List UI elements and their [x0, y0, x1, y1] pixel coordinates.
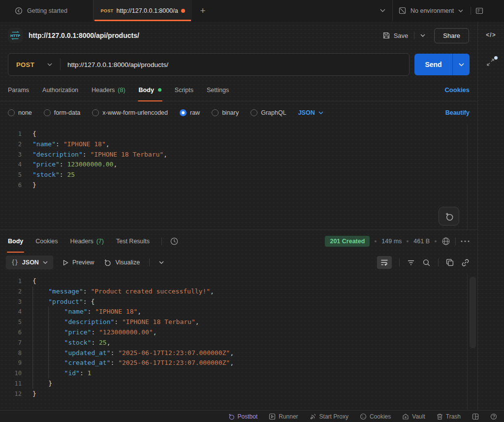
tab-test-results[interactable]: Test Results	[116, 230, 150, 252]
network-globe-icon[interactable]	[441, 237, 450, 246]
tab-scripts[interactable]: Scripts	[175, 79, 193, 101]
radio-icon[interactable]	[251, 109, 257, 116]
beautify-link[interactable]: Beautify	[445, 109, 470, 116]
body-mode-raw[interactable]: raw	[180, 109, 200, 116]
tab-active-request[interactable]: POST http://127.0.0.1:8000/a	[94, 0, 192, 21]
statusbar-postbot[interactable]: Postbot	[228, 413, 258, 420]
tab-authorization[interactable]: Authorization	[42, 79, 78, 101]
response-tabs-list: BodyCookiesHeaders(7)Test Results	[8, 230, 150, 252]
body-mode-form-data[interactable]: form-data	[44, 109, 81, 116]
url-row: POST http://127.0.0.1:8000/api/products/…	[0, 50, 477, 79]
language-label: JSON	[298, 109, 315, 116]
view-options-chevron-icon[interactable]	[159, 261, 164, 264]
radio-icon[interactable]	[212, 109, 219, 116]
status-badge[interactable]: 201 Created	[325, 236, 370, 247]
response-toolbar: {} JSON Preview Visualize	[0, 252, 477, 273]
braces-icon: {}	[11, 259, 18, 266]
language-selector[interactable]: JSON	[298, 109, 323, 116]
history-icon[interactable]	[170, 237, 179, 246]
response-editor-scrollbar[interactable]	[467, 273, 477, 410]
language-chevron-icon	[318, 111, 323, 114]
response-view-selector[interactable]: {} JSON	[6, 256, 53, 269]
radio-icon[interactable]	[8, 109, 15, 116]
filter-icon[interactable]	[407, 260, 415, 266]
environment-quick-look-icon[interactable]	[475, 7, 483, 15]
method-selector[interactable]: POST	[8, 61, 60, 68]
postman-window: Getting started POST http://127.0.0.1:80…	[0, 0, 504, 422]
save-options-chevron-icon[interactable]	[420, 34, 425, 37]
statusbar-start-proxy[interactable]: Start Proxy	[310, 413, 348, 420]
radio-icon[interactable]	[44, 109, 51, 116]
request-body-editor[interactable]: 1{2"name": "IPHONE 18",3"description": "…	[0, 124, 477, 230]
divider	[399, 259, 400, 266]
code-line: 12}	[0, 389, 477, 399]
send-options-chevron-icon[interactable]	[452, 54, 470, 75]
tab-body[interactable]: Body	[8, 230, 23, 252]
new-tab-button[interactable]: +	[192, 0, 214, 21]
expand-panel-icon[interactable]	[486, 58, 495, 68]
code-line: 11}	[0, 379, 477, 389]
code-line: 8"updated_at": "2025-06-17T12:23:07.0000…	[0, 348, 477, 358]
tab-title: http://127.0.0.1:8000/a	[117, 7, 178, 14]
url-input[interactable]: http://127.0.0.1:8000/api/products/	[61, 61, 409, 68]
tab-bar: Getting started POST http://127.0.0.1:80…	[0, 0, 504, 22]
unsaved-dot	[181, 9, 185, 13]
radio-icon[interactable]	[180, 109, 187, 116]
cookies-link[interactable]: Cookies	[444, 86, 470, 94]
code-snippet-icon[interactable]: </>	[478, 32, 504, 38]
postbot-icon	[103, 259, 111, 266]
search-icon[interactable]	[422, 259, 431, 267]
view-label: JSON	[22, 259, 39, 266]
radio-icon[interactable]	[92, 109, 99, 116]
visualize-button[interactable]: Visualize	[103, 259, 140, 266]
response-body-editor[interactable]: 1{2"message": "Product created successfu…	[0, 273, 477, 410]
body-mode-binary[interactable]: binary	[212, 109, 239, 116]
tab-settings[interactable]: Settings	[207, 79, 229, 101]
scrollbar-thumb[interactable]	[470, 277, 476, 348]
environment-selector[interactable]: No environment	[392, 0, 504, 21]
body-mode-graphql[interactable]: GraphQL	[251, 109, 286, 116]
more-options-icon[interactable]	[461, 240, 470, 242]
code-line: 1{	[0, 129, 477, 139]
tab-overflow-chevron-icon[interactable]	[373, 0, 392, 21]
response-header: BodyCookiesHeaders(7)Test Results 201 Cr…	[0, 230, 477, 252]
tab-params[interactable]: Params	[8, 79, 29, 101]
preview-label: Preview	[72, 259, 94, 266]
wrap-text-button[interactable]	[377, 256, 392, 269]
postbot-button[interactable]	[439, 207, 459, 226]
statusbar-cookies[interactable]: Cookies	[360, 413, 391, 420]
runner-icon	[269, 413, 276, 420]
divider	[149, 259, 150, 266]
vault-icon	[402, 413, 409, 420]
tab-headers[interactable]: Headers(7)	[70, 230, 104, 252]
help-icon[interactable]	[490, 413, 497, 420]
tab-headers[interactable]: Headers(8)	[92, 79, 126, 101]
statusbar-trash[interactable]: Trash	[437, 413, 461, 420]
code-line: 9"created_at": "2025-06-17T12:23:07.0000…	[0, 358, 477, 368]
link-icon[interactable]	[461, 259, 470, 267]
send-button[interactable]: Send	[414, 54, 470, 75]
response-meta: 201 Created 149 ms 461 B	[325, 236, 470, 247]
body-mode-row: noneform-datax-www-form-urlencodedrawbin…	[0, 101, 477, 124]
statusbar-runner[interactable]: Runner	[269, 413, 298, 420]
right-sidebar: </>	[477, 22, 504, 410]
split-panel-icon[interactable]	[472, 413, 479, 420]
copy-icon[interactable]	[446, 259, 454, 266]
code-line: 5"stock": 25	[0, 170, 477, 180]
request-editor-scrollbar[interactable]	[467, 124, 477, 229]
divider	[471, 7, 471, 15]
code-line: 3"description": "IPHONE 18 Terbaru",	[0, 150, 477, 160]
preview-button[interactable]: Preview	[63, 259, 94, 266]
save-button[interactable]: Save	[382, 32, 409, 39]
code-line: 4"name": "IPHONE 18",	[0, 307, 477, 317]
response-history	[161, 237, 179, 246]
tab-body[interactable]: Body	[139, 79, 161, 101]
status-bar: PostbotRunnerStart ProxyCookiesVaultTras…	[0, 410, 504, 422]
visualize-label: Visualize	[115, 259, 140, 266]
statusbar-vault[interactable]: Vault	[402, 413, 425, 420]
tab-getting-started[interactable]: Getting started	[0, 0, 94, 21]
share-button[interactable]: Share	[434, 28, 469, 43]
tab-cookies[interactable]: Cookies	[35, 230, 58, 252]
body-mode-none[interactable]: none	[8, 109, 32, 116]
body-mode-x-www-form-urlencoded[interactable]: x-www-form-urlencoded	[92, 109, 168, 116]
